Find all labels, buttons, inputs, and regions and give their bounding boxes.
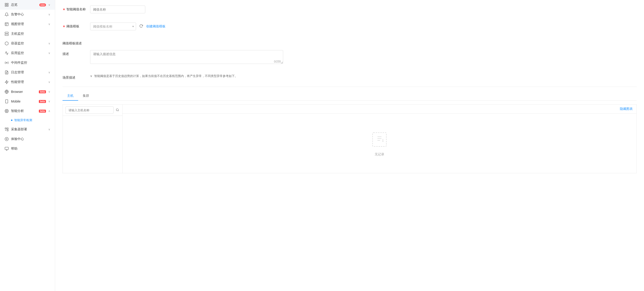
sidebar-item-ai-analysis[interactable]: 智能分析 beta ∧: [0, 106, 55, 116]
zap-icon: [4, 80, 9, 84]
host-search-input[interactable]: [66, 106, 114, 114]
chevron-mobile: ∨: [48, 100, 50, 103]
svg-point-33: [6, 138, 7, 140]
monitor-icon: [4, 147, 9, 151]
scene-toggle-icon[interactable]: ∨: [90, 74, 92, 78]
empty-icon: [370, 130, 389, 149]
sidebar-item-container-monitor[interactable]: 容器监控 ∨: [0, 38, 55, 48]
control-threshold-name: [90, 6, 637, 13]
description-textarea[interactable]: [90, 50, 283, 64]
label-description: 描述: [62, 50, 90, 56]
sidebar-label-middleware-monitor: 中间件监控: [11, 61, 50, 65]
sidebar-label-overview: 总览: [11, 3, 36, 7]
svg-line-38: [118, 110, 119, 111]
svg-rect-2: [5, 5, 6, 6]
empty-text: 无记录: [375, 152, 384, 156]
sidebar-item-view-management[interactable]: 视图管理 ∨: [0, 19, 55, 29]
svg-rect-19: [5, 110, 8, 112]
sidebar-item-collector-deploy[interactable]: 采集器部署 ∨: [0, 124, 55, 134]
form-section: ★ 智能阈值名称 ★ 阈值模板 阈值模板名称: [62, 6, 637, 173]
empty-state: 无记录: [122, 114, 636, 173]
form-divider: [62, 87, 637, 87]
form-row-threshold-name: ★ 智能阈值名称: [62, 6, 637, 18]
badge-beta-ai: beta: [39, 110, 46, 113]
svg-rect-39: [372, 133, 386, 146]
sidebar-item-perf-management[interactable]: 性能管理 ∨: [0, 77, 55, 87]
threshold-name-input[interactable]: [90, 6, 145, 13]
hide-chart-link[interactable]: 隐藏图表: [620, 107, 633, 111]
description-textarea-wrapper: 0/255: [90, 50, 283, 64]
download-icon: [4, 127, 9, 132]
search-button[interactable]: [116, 108, 120, 113]
svg-point-37: [116, 108, 118, 110]
control-scene-desc: ∨ 智能阈值是基于历史值趋势的计算，如果当前值不在历史基线范围内，将产生异常，不…: [90, 74, 637, 78]
svg-marker-14: [5, 80, 8, 84]
server-icon: [4, 32, 9, 36]
settings-icon: [4, 61, 9, 65]
create-template-link[interactable]: 创建阈值模板: [146, 24, 166, 28]
file-text-icon: [4, 70, 9, 74]
chevron-view-management: ∨: [48, 22, 50, 26]
label-template-desc: 阈值模板描述: [62, 40, 90, 46]
sidebar-item-alert[interactable]: 告警中心 ∨: [0, 10, 55, 19]
sidebar-label-mobile: Mobile: [11, 100, 36, 103]
badge-beta-browser: beta: [39, 90, 46, 93]
sidebar-label-log-management: 日志管理: [11, 70, 46, 74]
chevron-collector-deploy: ∨: [48, 128, 50, 131]
svg-point-11: [6, 62, 7, 64]
right-panel-header: 隐藏图表: [122, 104, 636, 114]
form-row-scene-desc: 场景描述 ∨ 智能阈值是基于历史值趋势的计算，如果当前值不在历史基线范围内，将产…: [62, 74, 637, 82]
search-box: [63, 104, 122, 116]
label-threshold-template: ★ 阈值模板: [62, 22, 90, 28]
tab-host[interactable]: 主机: [62, 92, 78, 101]
sidebar-label-help: 帮助: [11, 147, 50, 151]
sidebar-subitem-ai-anomaly[interactable]: 智能异常检测: [0, 116, 55, 124]
sidebar: 总览 new ∨ 告警中心 ∨ 视图管理 ∨ 主机监控 容器监控 ∨: [0, 0, 55, 291]
sidebar-item-app-monitor[interactable]: 应用监控 ∨: [0, 48, 55, 58]
tab-cluster[interactable]: 集群: [78, 92, 94, 101]
svg-point-32: [5, 138, 8, 141]
tabs-container: 主机 集群: [62, 92, 637, 101]
chevron-ai-analysis: ∧: [48, 110, 50, 113]
template-select-wrapper: 阈值模板名称 创建阈值模板: [90, 22, 637, 30]
sidebar-sublabel-ai-anomaly: 智能异常检测: [14, 118, 32, 122]
template-select-box[interactable]: 阈值模板名称: [90, 22, 136, 30]
sidebar-label-browser: Browser: [11, 90, 36, 94]
sidebar-label-ai-analysis: 智能分析: [11, 109, 36, 113]
content-area: 隐藏图表 无记录: [62, 104, 637, 173]
star-icon: [4, 137, 9, 141]
sidebar-label-app-monitor: 应用监控: [11, 51, 46, 55]
sidebar-label-perf-management: 性能管理: [11, 80, 46, 84]
sidebar-label-collector-deploy: 采集器部署: [11, 127, 46, 132]
badge-new-overview: new: [39, 4, 46, 6]
chevron-perf-management: ∨: [48, 80, 50, 84]
sidebar-item-overview[interactable]: 总览 new ∨: [0, 0, 55, 10]
sidebar-item-browser[interactable]: Browser beta ∨: [0, 87, 55, 96]
sidebar-item-help[interactable]: 帮助: [0, 144, 55, 154]
sidebar-item-experience-center[interactable]: 体验中心: [0, 134, 55, 144]
control-threshold-template: 阈值模板名称 创建阈值模板: [90, 22, 637, 30]
label-scene-desc: 场景描述: [62, 74, 90, 80]
svg-rect-0: [5, 3, 6, 4]
form-row-description: 描述 0/255: [62, 50, 637, 69]
left-panel: [62, 104, 122, 173]
sidebar-label-container-monitor: 容器监控: [11, 41, 46, 46]
chevron-container-monitor: ∨: [48, 42, 50, 45]
threshold-template-select[interactable]: 阈值模板名称: [90, 22, 136, 30]
sidebar-item-middleware-monitor[interactable]: 中间件监控: [0, 58, 55, 68]
svg-rect-1: [7, 3, 8, 4]
chevron-alert: ∨: [48, 13, 50, 16]
svg-rect-7: [5, 32, 8, 34]
globe-icon: [4, 90, 9, 94]
refresh-template-button[interactable]: [138, 23, 144, 30]
sidebar-label-view-management: 视图管理: [11, 22, 46, 26]
sidebar-item-mobile[interactable]: Mobile beta ∨: [0, 96, 55, 106]
sidebar-item-log-management[interactable]: 日志管理 ∨: [0, 68, 55, 77]
sidebar-label-alert: 告警中心: [11, 12, 46, 16]
chevron-app-monitor: ∨: [48, 52, 50, 55]
svg-rect-8: [5, 34, 8, 36]
chevron-browser: ∨: [48, 90, 50, 93]
activity-icon: [4, 51, 9, 55]
sidebar-item-host-monitor[interactable]: 主机监控: [0, 29, 55, 38]
required-star-template: ★: [62, 24, 66, 28]
